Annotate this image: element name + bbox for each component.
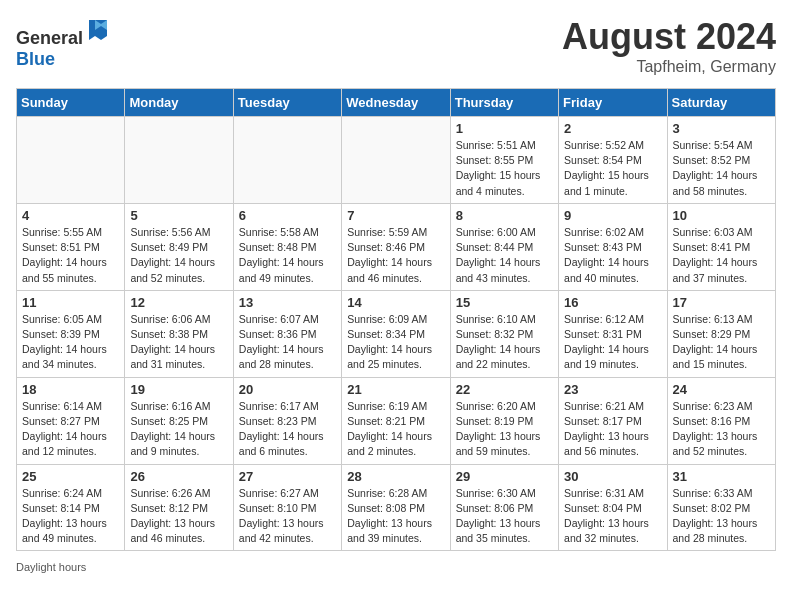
day-header-wednesday: Wednesday <box>342 89 450 117</box>
cell-info: Sunrise: 5:54 AM Sunset: 8:52 PM Dayligh… <box>673 138 770 199</box>
calendar-cell: 13Sunrise: 6:07 AM Sunset: 8:36 PM Dayli… <box>233 290 341 377</box>
week-row-5: 25Sunrise: 6:24 AM Sunset: 8:14 PM Dayli… <box>17 464 776 551</box>
cell-day-number: 3 <box>673 121 770 136</box>
calendar-cell: 2Sunrise: 5:52 AM Sunset: 8:54 PM Daylig… <box>559 117 667 204</box>
cell-info: Sunrise: 5:52 AM Sunset: 8:54 PM Dayligh… <box>564 138 661 199</box>
cell-info: Sunrise: 6:00 AM Sunset: 8:44 PM Dayligh… <box>456 225 553 286</box>
cell-day-number: 1 <box>456 121 553 136</box>
cell-info: Sunrise: 6:02 AM Sunset: 8:43 PM Dayligh… <box>564 225 661 286</box>
cell-info: Sunrise: 6:06 AM Sunset: 8:38 PM Dayligh… <box>130 312 227 373</box>
month-title: August 2024 <box>562 16 776 58</box>
cell-info: Sunrise: 6:23 AM Sunset: 8:16 PM Dayligh… <box>673 399 770 460</box>
cell-day-number: 19 <box>130 382 227 397</box>
cell-info: Sunrise: 6:33 AM Sunset: 8:02 PM Dayligh… <box>673 486 770 547</box>
cell-info: Sunrise: 6:03 AM Sunset: 8:41 PM Dayligh… <box>673 225 770 286</box>
calendar-cell: 19Sunrise: 6:16 AM Sunset: 8:25 PM Dayli… <box>125 377 233 464</box>
cell-info: Sunrise: 6:05 AM Sunset: 8:39 PM Dayligh… <box>22 312 119 373</box>
calendar-cell: 11Sunrise: 6:05 AM Sunset: 8:39 PM Dayli… <box>17 290 125 377</box>
cell-info: Sunrise: 5:51 AM Sunset: 8:55 PM Dayligh… <box>456 138 553 199</box>
day-header-monday: Monday <box>125 89 233 117</box>
cell-day-number: 8 <box>456 208 553 223</box>
calendar-cell: 25Sunrise: 6:24 AM Sunset: 8:14 PM Dayli… <box>17 464 125 551</box>
week-row-4: 18Sunrise: 6:14 AM Sunset: 8:27 PM Dayli… <box>17 377 776 464</box>
logo-blue-text: Blue <box>16 49 55 69</box>
page-header: General Blue August 2024 Tapfheim, Germa… <box>16 16 776 76</box>
calendar-cell <box>233 117 341 204</box>
cell-day-number: 25 <box>22 469 119 484</box>
logo-general-text: General <box>16 28 83 48</box>
cell-info: Sunrise: 6:14 AM Sunset: 8:27 PM Dayligh… <box>22 399 119 460</box>
calendar-cell: 7Sunrise: 5:59 AM Sunset: 8:46 PM Daylig… <box>342 203 450 290</box>
cell-day-number: 26 <box>130 469 227 484</box>
cell-day-number: 23 <box>564 382 661 397</box>
calendar-cell: 20Sunrise: 6:17 AM Sunset: 8:23 PM Dayli… <box>233 377 341 464</box>
calendar-cell: 30Sunrise: 6:31 AM Sunset: 8:04 PM Dayli… <box>559 464 667 551</box>
cell-day-number: 16 <box>564 295 661 310</box>
week-row-2: 4Sunrise: 5:55 AM Sunset: 8:51 PM Daylig… <box>17 203 776 290</box>
calendar-cell: 16Sunrise: 6:12 AM Sunset: 8:31 PM Dayli… <box>559 290 667 377</box>
title-block: August 2024 Tapfheim, Germany <box>562 16 776 76</box>
cell-info: Sunrise: 6:16 AM Sunset: 8:25 PM Dayligh… <box>130 399 227 460</box>
calendar-cell: 4Sunrise: 5:55 AM Sunset: 8:51 PM Daylig… <box>17 203 125 290</box>
cell-info: Sunrise: 6:28 AM Sunset: 8:08 PM Dayligh… <box>347 486 444 547</box>
cell-info: Sunrise: 6:17 AM Sunset: 8:23 PM Dayligh… <box>239 399 336 460</box>
calendar-cell: 15Sunrise: 6:10 AM Sunset: 8:32 PM Dayli… <box>450 290 558 377</box>
calendar-cell <box>125 117 233 204</box>
cell-info: Sunrise: 5:59 AM Sunset: 8:46 PM Dayligh… <box>347 225 444 286</box>
cell-day-number: 27 <box>239 469 336 484</box>
cell-info: Sunrise: 6:27 AM Sunset: 8:10 PM Dayligh… <box>239 486 336 547</box>
calendar-cell: 10Sunrise: 6:03 AM Sunset: 8:41 PM Dayli… <box>667 203 775 290</box>
calendar-cell: 1Sunrise: 5:51 AM Sunset: 8:55 PM Daylig… <box>450 117 558 204</box>
cell-info: Sunrise: 6:31 AM Sunset: 8:04 PM Dayligh… <box>564 486 661 547</box>
cell-day-number: 29 <box>456 469 553 484</box>
day-header-thursday: Thursday <box>450 89 558 117</box>
calendar-cell <box>342 117 450 204</box>
cell-day-number: 13 <box>239 295 336 310</box>
cell-info: Sunrise: 6:26 AM Sunset: 8:12 PM Dayligh… <box>130 486 227 547</box>
cell-info: Sunrise: 6:12 AM Sunset: 8:31 PM Dayligh… <box>564 312 661 373</box>
footer: Daylight hours <box>16 561 776 573</box>
calendar-cell: 24Sunrise: 6:23 AM Sunset: 8:16 PM Dayli… <box>667 377 775 464</box>
cell-info: Sunrise: 5:58 AM Sunset: 8:48 PM Dayligh… <box>239 225 336 286</box>
cell-day-number: 28 <box>347 469 444 484</box>
footer-label: Daylight hours <box>16 561 86 573</box>
cell-day-number: 4 <box>22 208 119 223</box>
cell-info: Sunrise: 6:20 AM Sunset: 8:19 PM Dayligh… <box>456 399 553 460</box>
cell-day-number: 6 <box>239 208 336 223</box>
cell-info: Sunrise: 6:10 AM Sunset: 8:32 PM Dayligh… <box>456 312 553 373</box>
day-header-friday: Friday <box>559 89 667 117</box>
cell-day-number: 20 <box>239 382 336 397</box>
cell-day-number: 5 <box>130 208 227 223</box>
logo-flag-icon <box>85 16 113 44</box>
location-title: Tapfheim, Germany <box>562 58 776 76</box>
cell-day-number: 15 <box>456 295 553 310</box>
day-header-tuesday: Tuesday <box>233 89 341 117</box>
cell-info: Sunrise: 6:21 AM Sunset: 8:17 PM Dayligh… <box>564 399 661 460</box>
calendar-cell: 8Sunrise: 6:00 AM Sunset: 8:44 PM Daylig… <box>450 203 558 290</box>
calendar-cell: 27Sunrise: 6:27 AM Sunset: 8:10 PM Dayli… <box>233 464 341 551</box>
logo-wordmark: General Blue <box>16 16 113 70</box>
cell-day-number: 24 <box>673 382 770 397</box>
calendar-cell: 29Sunrise: 6:30 AM Sunset: 8:06 PM Dayli… <box>450 464 558 551</box>
cell-info: Sunrise: 6:13 AM Sunset: 8:29 PM Dayligh… <box>673 312 770 373</box>
cell-day-number: 31 <box>673 469 770 484</box>
cell-day-number: 30 <box>564 469 661 484</box>
calendar-cell <box>17 117 125 204</box>
calendar-cell: 5Sunrise: 5:56 AM Sunset: 8:49 PM Daylig… <box>125 203 233 290</box>
calendar-cell: 23Sunrise: 6:21 AM Sunset: 8:17 PM Dayli… <box>559 377 667 464</box>
cell-info: Sunrise: 5:56 AM Sunset: 8:49 PM Dayligh… <box>130 225 227 286</box>
day-header-saturday: Saturday <box>667 89 775 117</box>
calendar-header-row: SundayMondayTuesdayWednesdayThursdayFrid… <box>17 89 776 117</box>
cell-day-number: 9 <box>564 208 661 223</box>
cell-day-number: 22 <box>456 382 553 397</box>
cell-day-number: 2 <box>564 121 661 136</box>
cell-info: Sunrise: 6:09 AM Sunset: 8:34 PM Dayligh… <box>347 312 444 373</box>
cell-day-number: 18 <box>22 382 119 397</box>
cell-info: Sunrise: 6:24 AM Sunset: 8:14 PM Dayligh… <box>22 486 119 547</box>
calendar-cell: 17Sunrise: 6:13 AM Sunset: 8:29 PM Dayli… <box>667 290 775 377</box>
week-row-1: 1Sunrise: 5:51 AM Sunset: 8:55 PM Daylig… <box>17 117 776 204</box>
calendar-cell: 26Sunrise: 6:26 AM Sunset: 8:12 PM Dayli… <box>125 464 233 551</box>
week-row-3: 11Sunrise: 6:05 AM Sunset: 8:39 PM Dayli… <box>17 290 776 377</box>
calendar-cell: 22Sunrise: 6:20 AM Sunset: 8:19 PM Dayli… <box>450 377 558 464</box>
logo: General Blue <box>16 16 113 70</box>
